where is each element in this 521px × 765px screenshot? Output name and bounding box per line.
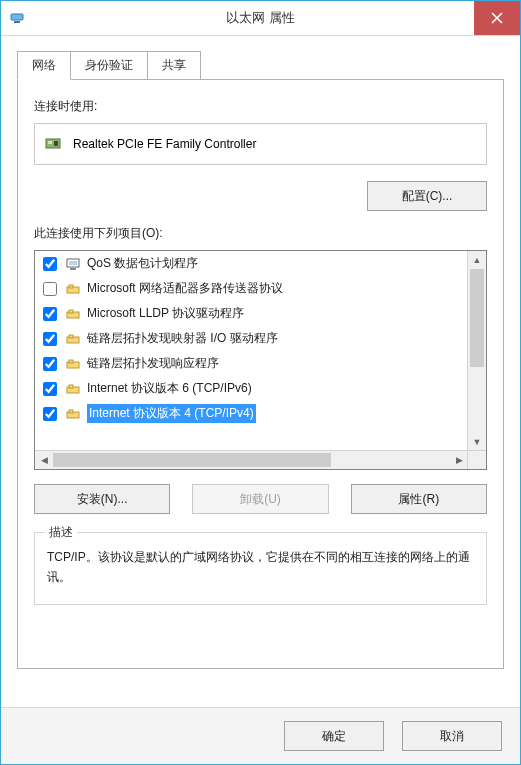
scroll-left-icon[interactable]: ◀ bbox=[35, 451, 53, 469]
service-icon bbox=[65, 256, 81, 272]
item-checkbox[interactable] bbox=[43, 407, 57, 421]
description-groupbox: 描述 TCP/IP。该协议是默认的广域网络协议，它提供在不同的相互连接的网络上的… bbox=[34, 532, 487, 605]
protocol-icon bbox=[65, 356, 81, 372]
svg-rect-7 bbox=[70, 268, 76, 270]
vertical-scrollbar[interactable]: ▲ ▼ bbox=[467, 251, 486, 451]
horizontal-scroll-thumb[interactable] bbox=[53, 453, 331, 467]
tab-strip: 网络 身份验证 共享 bbox=[17, 50, 504, 79]
svg-rect-0 bbox=[11, 14, 23, 20]
description-text: TCP/IP。该协议是默认的广域网络协议，它提供在不同的相互连接的网络上的通讯。 bbox=[47, 547, 474, 588]
item-checkbox[interactable] bbox=[43, 282, 57, 296]
network-icon bbox=[9, 10, 25, 26]
nic-icon bbox=[45, 136, 63, 152]
item-checkbox[interactable] bbox=[43, 332, 57, 346]
item-label: QoS 数据包计划程序 bbox=[87, 255, 198, 272]
protocol-icon bbox=[65, 381, 81, 397]
dialog-body: 网络 身份验证 共享 连接时使用: Realtek PCIe FE Family… bbox=[1, 36, 520, 707]
svg-rect-6 bbox=[69, 261, 77, 265]
item-label: Microsoft 网络适配器多路传送器协议 bbox=[87, 280, 283, 297]
dialog-footer: 确定 取消 bbox=[1, 707, 520, 764]
item-checkbox[interactable] bbox=[43, 307, 57, 321]
svg-rect-3 bbox=[48, 141, 52, 144]
properties-button[interactable]: 属性(R) bbox=[351, 484, 487, 514]
connect-using-label: 连接时使用: bbox=[34, 98, 487, 115]
list-item[interactable]: 链路层拓扑发现映射器 I/O 驱动程序 bbox=[35, 326, 468, 351]
scroll-right-icon[interactable]: ▶ bbox=[450, 451, 468, 469]
description-legend: 描述 bbox=[45, 524, 77, 541]
protocol-icon bbox=[65, 306, 81, 322]
tab-authentication[interactable]: 身份验证 bbox=[70, 51, 148, 80]
svg-rect-4 bbox=[54, 141, 58, 146]
svg-rect-9 bbox=[69, 285, 73, 288]
protocol-icon bbox=[65, 281, 81, 297]
list-item[interactable]: Microsoft LLDP 协议驱动程序 bbox=[35, 301, 468, 326]
list-item[interactable]: QoS 数据包计划程序 bbox=[35, 251, 468, 276]
uninstall-button: 卸载(U) bbox=[192, 484, 328, 514]
svg-rect-17 bbox=[69, 385, 73, 388]
item-label: Microsoft LLDP 协议驱动程序 bbox=[87, 305, 244, 322]
svg-rect-15 bbox=[69, 360, 73, 363]
protocol-icon bbox=[65, 406, 81, 422]
tab-network[interactable]: 网络 bbox=[17, 51, 71, 80]
adapter-name: Realtek PCIe FE Family Controller bbox=[73, 137, 256, 151]
horizontal-scrollbar[interactable]: ◀ ▶ bbox=[35, 450, 468, 469]
item-checkbox[interactable] bbox=[43, 357, 57, 371]
list-item[interactable]: 链路层拓扑发现响应程序 bbox=[35, 351, 468, 376]
tab-panel-network: 连接时使用: Realtek PCIe FE Family Controller… bbox=[17, 79, 504, 669]
ethernet-properties-dialog: 以太网 属性 网络 身份验证 共享 连接时使用: Realtek PCIe F bbox=[0, 0, 521, 765]
svg-rect-13 bbox=[69, 335, 73, 338]
svg-rect-19 bbox=[69, 410, 73, 413]
items-label: 此连接使用下列项目(O): bbox=[34, 225, 487, 242]
svg-rect-1 bbox=[14, 21, 20, 23]
item-checkbox[interactable] bbox=[43, 257, 57, 271]
window-title: 以太网 属性 bbox=[1, 9, 520, 27]
close-button[interactable] bbox=[474, 1, 520, 35]
tab-sharing[interactable]: 共享 bbox=[147, 51, 201, 80]
configure-button[interactable]: 配置(C)... bbox=[367, 181, 487, 211]
cancel-button[interactable]: 取消 bbox=[402, 721, 502, 751]
list-item[interactable]: Internet 协议版本 6 (TCP/IPv6) bbox=[35, 376, 468, 401]
vertical-scroll-thumb[interactable] bbox=[470, 269, 484, 367]
item-label: 链路层拓扑发现映射器 I/O 驱动程序 bbox=[87, 330, 278, 347]
ok-button[interactable]: 确定 bbox=[284, 721, 384, 751]
titlebar: 以太网 属性 bbox=[1, 1, 520, 36]
adapter-display: Realtek PCIe FE Family Controller bbox=[34, 123, 487, 165]
item-label: Internet 协议版本 4 (TCP/IPv4) bbox=[87, 404, 256, 423]
item-checkbox[interactable] bbox=[43, 382, 57, 396]
item-label: 链路层拓扑发现响应程序 bbox=[87, 355, 219, 372]
svg-rect-11 bbox=[69, 310, 73, 313]
protocol-icon bbox=[65, 331, 81, 347]
scroll-corner bbox=[467, 450, 486, 469]
scroll-down-icon[interactable]: ▼ bbox=[468, 433, 486, 451]
list-item[interactable]: Internet 协议版本 4 (TCP/IPv4) bbox=[35, 401, 468, 426]
list-item[interactable]: Microsoft 网络适配器多路传送器协议 bbox=[35, 276, 468, 301]
scroll-up-icon[interactable]: ▲ bbox=[468, 251, 486, 269]
network-items-listbox[interactable]: QoS 数据包计划程序Microsoft 网络适配器多路传送器协议Microso… bbox=[34, 250, 487, 470]
install-button[interactable]: 安装(N)... bbox=[34, 484, 170, 514]
item-label: Internet 协议版本 6 (TCP/IPv6) bbox=[87, 380, 252, 397]
